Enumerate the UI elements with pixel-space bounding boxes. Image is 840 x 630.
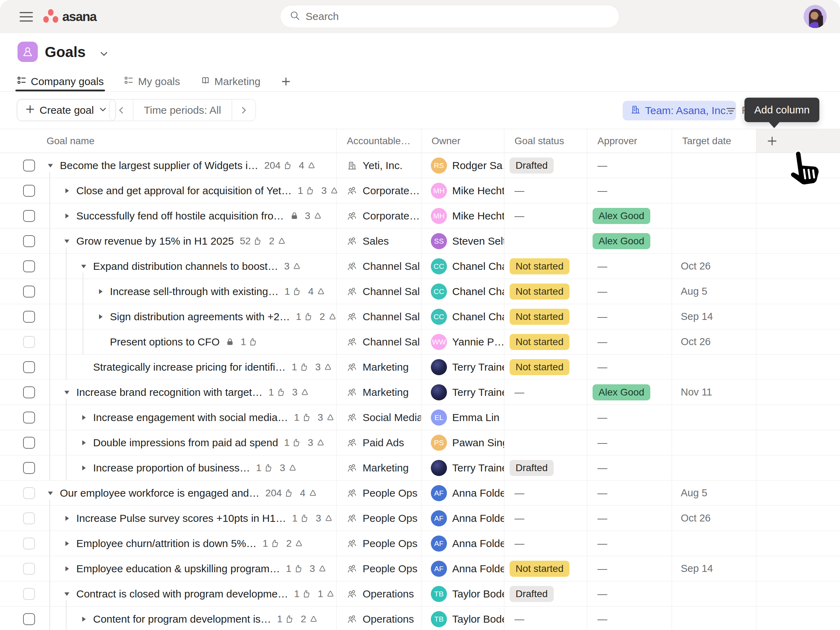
goal-title[interactable]: Increase brand recognition with target… [76,387,262,398]
owner-cell[interactable]: PSPawan Singh [421,430,504,455]
owner-cell[interactable]: SSSteven Selt… [421,229,504,253]
row-checkbox[interactable] [23,487,35,499]
table-row[interactable]: Successfully fend off hostile acquisitio… [0,203,840,229]
row-checkbox[interactable] [23,412,35,423]
row-checkbox[interactable] [23,361,35,373]
goal-title[interactable]: Increase proportion of business… [93,462,250,474]
goal-title[interactable]: Employee education & upskilling program… [76,563,280,575]
row-checkbox[interactable] [23,210,35,222]
approver-cell[interactable]: — [587,329,672,354]
goal-status-cell[interactable]: Drafted [504,455,587,480]
table-row[interactable]: Our employee workforce is engaged and…20… [0,480,840,506]
table-row[interactable]: Content for program development is…12Ope… [0,606,840,630]
tab-marketing[interactable]: Marketing [201,72,261,92]
goal-title[interactable]: Present options to CFO [110,336,219,348]
table-row[interactable]: Increase proportion of business…13Market… [0,455,840,480]
goal-title[interactable]: Double impressions from paid ad spend [93,437,278,449]
table-row[interactable]: Close and get approval for acquisition o… [0,178,840,203]
hamburger-menu-icon[interactable] [20,12,33,21]
row-checkbox[interactable] [23,588,35,600]
accountable-cell[interactable]: Marketing [336,380,421,404]
row-checkbox[interactable] [23,159,35,172]
goal-title[interactable]: Increase sell-through with existing… [110,286,279,297]
expand-caret-right-icon[interactable] [79,464,88,472]
owner-cell[interactable]: WWYannie P… [421,329,504,354]
column-header-owner[interactable]: Owner [421,129,504,153]
goal-title[interactable]: Strategically increase pricing for ident… [93,361,286,373]
owner-cell[interactable]: AFAnna Folder [421,506,504,531]
accountable-cell[interactable]: Yeti, Inc. [336,153,421,178]
row-checkbox[interactable] [23,286,35,297]
target-date-cell[interactable]: Oct 26 [672,329,756,354]
expand-caret-down-icon[interactable] [46,161,55,170]
target-date-cell[interactable] [672,430,756,455]
goal-title[interactable]: Close and get approval for acquisition o… [76,185,292,197]
accountable-cell[interactable]: Corporate… [336,178,421,203]
row-checkbox[interactable] [23,563,35,575]
expand-caret-right-icon[interactable] [96,313,105,321]
accountable-cell[interactable]: Social Media [336,405,421,430]
column-header-target-date[interactable]: Target date [672,129,756,153]
expand-caret-down-icon[interactable] [79,262,88,270]
approver-cell[interactable]: — [587,355,672,379]
target-date-cell[interactable]: Sep 14 [672,304,756,329]
goal-title[interactable]: Successfully fend off hostile acquisitio… [76,210,284,222]
accountable-cell[interactable]: Marketing [336,455,421,480]
column-header-goal-name[interactable]: Goal name [0,129,336,153]
table-row[interactable]: Increase engagement with social media…13… [0,405,840,430]
expand-caret-right-icon[interactable] [63,565,71,573]
goal-status-cell[interactable] [504,229,587,253]
accountable-cell[interactable]: Operations [336,606,421,630]
approver-cell[interactable]: — [587,405,672,430]
accountable-cell[interactable]: Paid Ads [336,430,421,455]
table-row[interactable]: Contract is closed with program developm… [0,581,840,606]
approver-cell[interactable]: Alex Good [587,203,672,228]
approver-cell[interactable]: — [587,506,672,531]
target-date-cell[interactable]: Oct 26 [672,506,756,531]
target-date-cell[interactable] [672,531,756,556]
team-filter-chip[interactable]: Team: Asana, Inc. [623,101,736,120]
expand-caret-right-icon[interactable] [63,539,71,548]
table-row[interactable]: Increase sell-through with existing…14Ch… [0,279,840,304]
table-row[interactable]: Become the largest supplier of Widgets i… [0,153,840,178]
row-checkbox[interactable] [23,261,35,272]
goal-title[interactable]: Sign distribution agreements with +2… [110,311,290,323]
target-date-cell[interactable] [672,405,756,430]
row-checkbox[interactable] [23,538,35,549]
target-date-cell[interactable] [672,229,756,253]
target-date-cell[interactable] [672,606,756,630]
row-checkbox[interactable] [23,311,35,323]
asana-logo[interactable]: asana [43,9,96,25]
accountable-cell[interactable]: Channel Sal… [336,329,421,354]
expand-caret-right-icon[interactable] [63,186,71,195]
approver-cell[interactable]: — [587,279,672,304]
target-date-cell[interactable] [672,581,756,606]
goal-title[interactable]: Employee churn/attrition is down 5%… [76,538,257,549]
target-date-cell[interactable]: Sep 14 [672,556,756,581]
table-row[interactable]: Increase Pulse survey scores +10pts in H… [0,506,840,531]
accountable-cell[interactable]: People Ops [336,531,421,556]
expand-caret-right-icon[interactable] [79,439,88,447]
column-header-goal-status[interactable]: Goal status [504,129,587,153]
add-tab-button[interactable] [281,76,291,87]
target-date-cell[interactable] [672,178,756,203]
goal-title[interactable]: Contract is closed with program developm… [76,588,288,600]
approver-cell[interactable]: — [587,455,672,480]
goal-status-cell[interactable]: Not started [504,556,587,581]
target-date-cell[interactable]: Aug 5 [672,279,756,304]
row-checkbox[interactable] [23,235,35,247]
goal-title[interactable]: Become the largest supplier of Widgets i… [60,159,258,172]
approver-cell[interactable]: — [587,304,672,329]
goal-title[interactable]: Content for program development is… [93,613,271,625]
approver-cell[interactable]: — [587,581,672,606]
goal-status-cell[interactable]: — [504,380,587,404]
table-row[interactable]: Strategically increase pricing for ident… [0,355,840,380]
goal-status-cell[interactable]: Not started [504,355,587,379]
accountable-cell[interactable]: People Ops [336,556,421,581]
expand-caret-right-icon[interactable] [63,514,71,523]
goal-status-cell[interactable]: — [504,531,587,556]
target-date-cell[interactable] [672,355,756,379]
goal-title[interactable]: Our employee workforce is engaged and… [60,487,259,499]
table-row[interactable]: Grow revenue by 15% in H1 2025522SalesSS… [0,229,840,254]
accountable-cell[interactable]: Corporate… [336,203,421,228]
